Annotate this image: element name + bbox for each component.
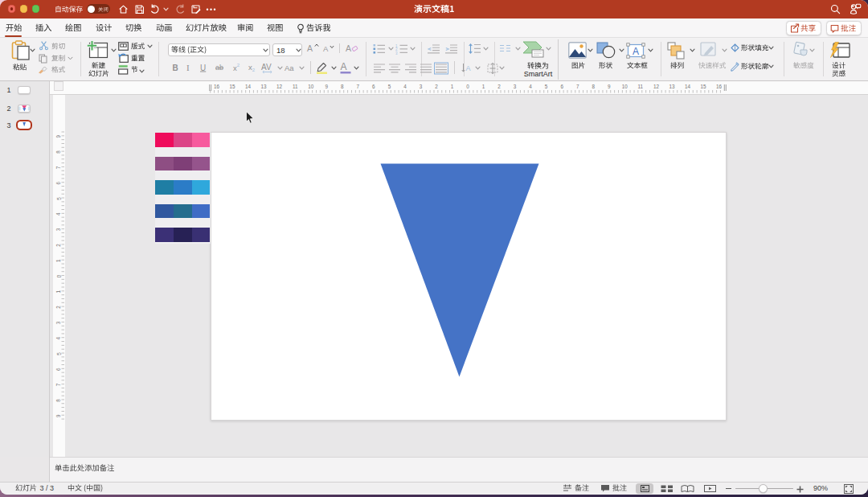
svg-text:2: 2	[56, 306, 62, 309]
svg-text:7: 7	[357, 84, 360, 89]
svg-text:1: 1	[56, 259, 62, 262]
svg-text:0: 0	[56, 274, 62, 277]
svg-text:1: 1	[482, 84, 485, 89]
svg-text:0: 0	[466, 84, 469, 89]
svg-text:10: 10	[622, 84, 628, 89]
svg-text:5: 5	[545, 84, 548, 89]
svg-text:4: 4	[56, 212, 62, 216]
svg-text:8: 8	[56, 399, 62, 402]
svg-text:2: 2	[435, 84, 438, 89]
svg-text:6: 6	[560, 84, 563, 89]
svg-text:3: 3	[420, 84, 423, 89]
svg-text:3: 3	[514, 84, 517, 89]
svg-text:4: 4	[56, 336, 62, 339]
svg-text:2: 2	[497, 84, 501, 89]
svg-text:A: A	[341, 61, 347, 72]
svg-text:9: 9	[608, 84, 611, 89]
svg-text:6: 6	[56, 368, 62, 371]
svg-text:14: 14	[245, 84, 252, 89]
svg-text:8: 8	[592, 84, 595, 89]
svg-text:11: 11	[293, 84, 298, 89]
svg-text:1: 1	[56, 290, 62, 294]
svg-text:2: 2	[56, 244, 62, 247]
svg-text:16: 16	[716, 84, 723, 89]
svg-text:5: 5	[388, 84, 391, 89]
svg-text:1: 1	[451, 84, 454, 89]
svg-text:3: 3	[56, 321, 62, 324]
svg-text:3: 3	[56, 228, 62, 231]
svg-text:7: 7	[576, 84, 579, 89]
svg-text:11: 11	[638, 84, 644, 89]
svg-text:A: A	[466, 64, 471, 72]
svg-text:6: 6	[56, 181, 62, 184]
svg-text:12: 12	[653, 84, 660, 89]
svg-text:15: 15	[700, 84, 706, 89]
svg-text:4: 4	[403, 84, 407, 89]
svg-text:14: 14	[685, 84, 691, 89]
svg-text:8: 8	[56, 150, 62, 154]
svg-text:9: 9	[56, 414, 62, 417]
svg-text:7: 7	[56, 166, 62, 169]
svg-text:5: 5	[56, 197, 62, 200]
svg-text:A: A	[633, 45, 639, 56]
svg-text:12: 12	[276, 84, 283, 89]
svg-text:13: 13	[669, 84, 675, 89]
svg-text:10: 10	[308, 84, 314, 89]
svg-text:13: 13	[261, 84, 268, 89]
svg-text:9: 9	[56, 135, 62, 138]
svg-text:6: 6	[372, 84, 375, 89]
svg-text:7: 7	[56, 383, 62, 386]
svg-text:8: 8	[341, 84, 344, 89]
svg-text:AV: AV	[261, 63, 272, 72]
svg-text:4: 4	[529, 84, 532, 89]
svg-text:5: 5	[56, 352, 62, 355]
svg-text:15: 15	[229, 84, 235, 89]
svg-text:16: 16	[214, 84, 220, 89]
svg-text:9: 9	[325, 84, 328, 89]
